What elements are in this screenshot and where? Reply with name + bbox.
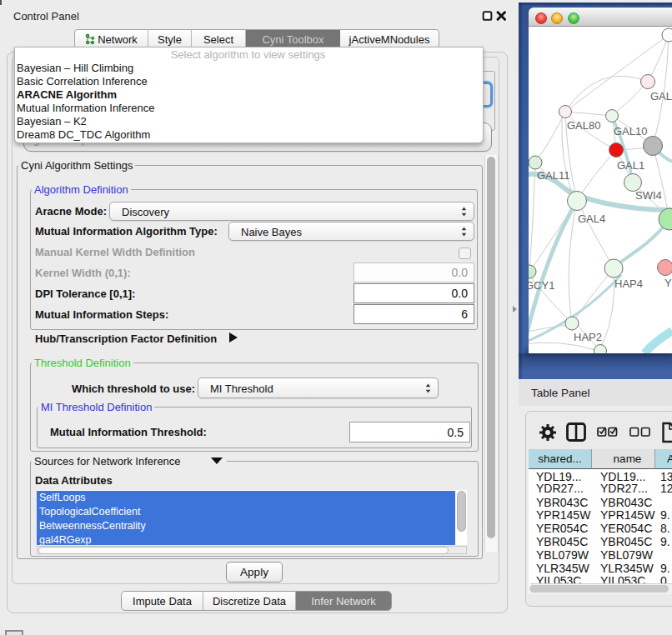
svg-text:Y: Y <box>664 277 672 289</box>
svg-text:GAL: GAL <box>650 90 672 102</box>
svg-text:GAL11: GAL11 <box>537 169 570 182</box>
svg-text:HAP2: HAP2 <box>574 331 602 343</box>
svg-text:GAL1: GAL1 <box>617 159 644 172</box>
svg-text:HAP4: HAP4 <box>614 278 643 290</box>
svg-text:SWI4: SWI4 <box>635 189 662 202</box>
svg-text:GAL80: GAL80 <box>567 119 600 132</box>
svg-text:GAL4: GAL4 <box>578 212 605 225</box>
svg-text:GAL10: GAL10 <box>614 125 647 138</box>
svg-text:GCY1: GCY1 <box>529 279 554 292</box>
